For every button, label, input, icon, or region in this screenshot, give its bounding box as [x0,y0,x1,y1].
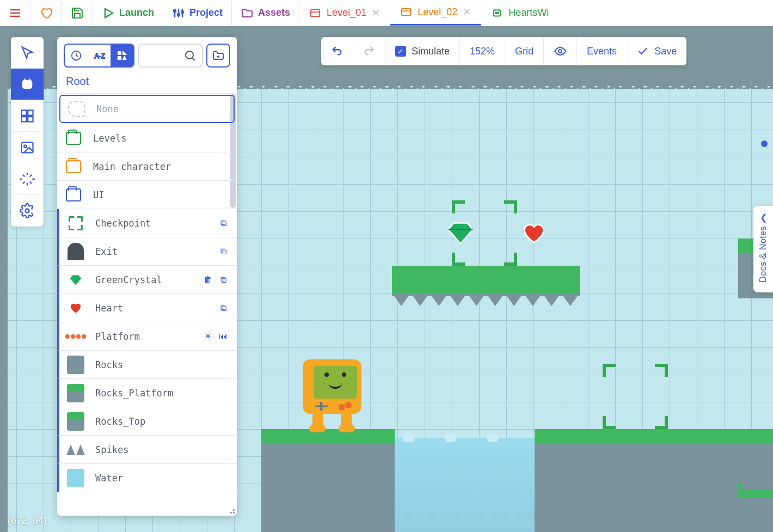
prev-icon[interactable]: ⏮ [217,331,229,343]
events-button[interactable]: Events [577,37,627,65]
delete-icon[interactable]: 🗑 [202,274,214,286]
scene-green-crystal[interactable] [446,221,475,244]
scene-ground-right[interactable] [535,429,773,532]
asset-rocks-top[interactable]: Rocks_Top [57,407,237,436]
canvas-action-bar: ✓ Simulate 152% Grid Events Save [321,37,686,65]
asset-label: None [96,103,226,114]
svg-rect-27 [28,110,33,115]
sort-alpha-button[interactable]: A-Z [88,45,111,66]
tab-level-02[interactable]: Level_02 ✕ [390,0,481,26]
asset-green-crystal[interactable]: GreenCrystal 🗑⧉ [57,266,237,294]
asset-exit[interactable]: Exit ⧉ [57,237,237,266]
svg-point-35 [118,52,121,55]
asset-label: Exit [95,246,206,257]
scene-left-rocks [0,26,8,532]
simulate-toggle[interactable]: ✓ Simulate [385,37,460,65]
docs-notes-tab[interactable]: ❮ Docs & Notes [753,206,773,292]
scene-spike[interactable] [759,464,773,489]
folder-icon [65,130,82,147]
object-tool-button[interactable] [11,69,44,100]
launch-button[interactable]: Launch [93,0,163,26]
panel-resize-handle[interactable] [228,507,235,513]
close-icon[interactable]: ✕ [372,7,380,19]
asset-spikes[interactable]: Spikes [57,436,237,464]
menu-button[interactable] [0,0,31,26]
effects-tool-button[interactable] [11,163,44,195]
asset-heart[interactable]: Heart ⧉ [57,294,237,322]
asset-platform[interactable]: Platform ☀⏮ [57,322,237,351]
close-icon[interactable]: ✕ [463,6,471,18]
scene-checkpoint-2[interactable] [603,364,668,429]
image-tool-button[interactable] [11,132,44,163]
search-input[interactable] [138,44,203,68]
save-file-button[interactable] [62,0,93,26]
redo-button[interactable] [353,37,385,65]
pointer-tool-button[interactable] [11,37,44,69]
save-label: Save [654,46,677,57]
assets-panel: A-Z Root None Levels [57,37,237,516]
asset-label: Platform [95,331,191,342]
tiles-tool-button[interactable] [11,100,44,132]
scene-ground-left[interactable] [261,429,395,532]
settings-tool-button[interactable] [11,195,44,227]
asset-none[interactable]: None [59,95,235,123]
asset-label: Rocks_Top [95,416,229,427]
crystal-icon [67,271,84,289]
asset-list: None Levels Main character UI Checkpoint… [57,93,237,516]
asset-rocks[interactable]: Rocks [57,351,237,379]
tab-level-01[interactable]: Level_01 ✕ [299,0,390,26]
scene-heart[interactable] [523,223,545,244]
project-button[interactable]: Project [163,0,232,26]
undo-button[interactable] [321,37,353,65]
grid-button[interactable]: Grid [505,37,544,65]
scene-robot[interactable] [299,359,365,430]
view-button[interactable] [544,37,577,65]
copy-icon[interactable]: ⧉ [217,274,229,286]
assets-button[interactable]: Assets [232,0,299,26]
chevron-left-icon: ❮ [760,212,767,223]
favorite-button[interactable] [31,0,62,26]
svg-point-32 [26,209,29,213]
sun-icon[interactable]: ☀ [202,331,214,343]
copy-icon[interactable]: ⧉ [217,217,229,229]
svg-marker-3 [105,9,113,17]
docs-notes-label: Docs & Notes [758,226,768,283]
asset-label: Spikes [95,444,229,455]
svg-point-38 [186,51,193,59]
rocks-platform-icon [67,384,84,402]
scene-upper-platform[interactable] [392,266,580,293]
save-button[interactable]: Save [627,37,686,65]
asset-checkpoint[interactable]: Checkpoint ⧉ [57,209,237,237]
svg-point-9 [181,11,183,13]
copy-icon[interactable]: ⧉ [217,246,229,258]
folder-icon [65,186,82,204]
zoom-level[interactable]: 152% [460,37,505,65]
asset-water[interactable]: Water [57,464,237,492]
scene-ground-far-right[interactable] [738,484,773,532]
copy-icon[interactable]: ⧉ [217,302,229,314]
launch-label: Launch [119,7,154,19]
panel-root-label[interactable]: Root [64,68,230,93]
exit-icon [67,243,84,260]
simulate-label: Simulate [412,46,450,57]
folder-icon [65,158,82,175]
tab-hearts[interactable]: HeartsWi [481,0,559,26]
sort-recent-button[interactable] [65,45,88,66]
svg-point-18 [495,12,497,14]
checkpoint-icon [67,215,84,232]
svg-marker-22 [448,223,473,243]
asset-label: Main character [93,161,229,172]
svg-point-7 [174,10,176,12]
sort-type-button[interactable] [111,45,133,66]
asset-folder-main-character[interactable]: Main character [57,152,237,181]
svg-rect-11 [402,9,411,16]
asset-folder-levels[interactable]: Levels [57,124,237,152]
asset-folder-ui[interactable]: UI [57,181,237,209]
asset-label: UI [93,189,229,200]
asset-rocks-platform[interactable]: Rocks_Platform [57,379,237,407]
scene-water[interactable] [395,438,535,532]
new-folder-button[interactable] [206,44,230,68]
svg-rect-26 [22,110,27,115]
left-toolbar [11,37,44,227]
cursor-coordinates: (672; 64) [8,515,47,527]
